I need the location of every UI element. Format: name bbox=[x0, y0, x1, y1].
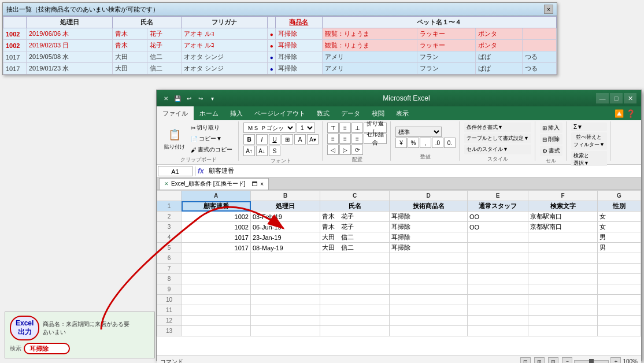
paste-btn[interactable]: 📋 貼り付け bbox=[162, 125, 187, 153]
cell-r4-c1[interactable]: 23-Jan-19 bbox=[251, 232, 320, 243]
table-row[interactable]: 1017 2019/01/23 水 大田 信二 オオタ シンジ ● 耳掃除 アメ… bbox=[3, 63, 557, 75]
align-bottom-btn[interactable]: ⊥ bbox=[351, 123, 363, 133]
comma-btn[interactable]: , bbox=[420, 138, 431, 148]
cell-r13-c0[interactable] bbox=[182, 326, 251, 336]
cell-r6-c2[interactable] bbox=[320, 253, 390, 264]
font-color-btn[interactable]: A bbox=[294, 134, 306, 145]
col-header-D[interactable]: D bbox=[390, 191, 468, 201]
cell-r2-c6[interactable]: 女 bbox=[598, 212, 641, 222]
doc-restore-btn[interactable]: 🗖 bbox=[252, 181, 258, 187]
cell-r5-c1[interactable]: 08-May-19 bbox=[251, 243, 320, 253]
cell-r9-c2[interactable] bbox=[320, 284, 390, 295]
cell-r13-c5[interactable] bbox=[528, 326, 598, 336]
top-window-close-btn[interactable]: × bbox=[544, 5, 553, 14]
cell-r7-c6[interactable] bbox=[598, 264, 641, 274]
excel-close-btn[interactable]: ✕ bbox=[624, 93, 636, 103]
cell-r7-c3[interactable] bbox=[390, 264, 468, 274]
cell-r11-c5[interactable] bbox=[528, 305, 598, 316]
cell-r3-c1[interactable]: 06-Jun-19 bbox=[251, 222, 320, 232]
align-top-btn[interactable]: ⊤ bbox=[327, 123, 339, 133]
header-cell-4[interactable]: 通常スタッフ bbox=[468, 201, 528, 212]
cell-r2-c1[interactable]: 03-Feb-19 bbox=[251, 212, 320, 222]
col-header-F[interactable]: F bbox=[528, 191, 598, 201]
cell-r8-c6[interactable] bbox=[598, 274, 641, 284]
merge-btn[interactable]: セル結合 bbox=[364, 134, 387, 144]
doc-close-btn[interactable]: × bbox=[260, 181, 264, 187]
cell-r9-c4[interactable] bbox=[468, 284, 528, 295]
ribbon-tab-home[interactable]: ホーム bbox=[194, 106, 224, 120]
header-cell-2[interactable]: 氏名 bbox=[320, 201, 390, 212]
cell-r8-c3[interactable] bbox=[390, 274, 468, 284]
cell-r3-c2[interactable]: 青木 花子 bbox=[320, 222, 390, 232]
cell-r10-c1[interactable] bbox=[251, 295, 320, 305]
excel-undo-icon[interactable]: ↩ bbox=[184, 94, 194, 103]
indent-inc-btn[interactable]: ▷ bbox=[339, 145, 351, 155]
header-cell-0[interactable]: 顧客連番 bbox=[182, 201, 251, 212]
strikethrough-btn[interactable]: S bbox=[269, 146, 280, 156]
cell-r2-c5[interactable]: 京都駅南口 bbox=[528, 212, 598, 222]
cell-r3-c3[interactable]: 耳掃除 bbox=[390, 222, 468, 232]
cell-r10-c6[interactable] bbox=[598, 295, 641, 305]
name-box[interactable]: A1 bbox=[158, 166, 193, 176]
cell-r6-c5[interactable] bbox=[528, 253, 598, 264]
cell-r2-c4[interactable]: OO bbox=[468, 212, 528, 222]
cell-r4-c5[interactable] bbox=[528, 232, 598, 243]
cell-r5-c4[interactable] bbox=[468, 243, 528, 253]
ribbon-tab-insert[interactable]: 挿入 bbox=[224, 106, 249, 120]
cell-r9-c3[interactable] bbox=[390, 284, 468, 295]
underline-btn[interactable]: U bbox=[269, 134, 280, 145]
excel-dropdown-icon[interactable]: ▾ bbox=[208, 94, 217, 103]
cut-btn[interactable]: ✂切り取り bbox=[188, 123, 235, 133]
cell-r2-c0[interactable]: 1002 bbox=[182, 212, 251, 222]
cell-r11-c1[interactable] bbox=[251, 305, 320, 316]
cell-r5-c3[interactable]: 耳掃除 bbox=[390, 243, 468, 253]
cell-r13-c3[interactable] bbox=[390, 326, 468, 336]
italic-btn[interactable]: I bbox=[256, 134, 268, 145]
page-break-btn[interactable]: ⊟ bbox=[548, 357, 558, 364]
cell-r9-c1[interactable] bbox=[251, 284, 320, 295]
cell-r7-c4[interactable] bbox=[468, 264, 528, 274]
ribbon-tab-formulas[interactable]: 数式 bbox=[311, 106, 335, 120]
col-header-C[interactable]: C bbox=[320, 191, 390, 201]
excel-redo-icon[interactable]: ↪ bbox=[196, 94, 205, 103]
cell-r5-c6[interactable]: 男 bbox=[598, 243, 641, 253]
ribbon-tab-pagelayout[interactable]: ページレイアウト bbox=[249, 106, 311, 120]
cell-r3-c4[interactable]: OO bbox=[468, 222, 528, 232]
ribbon-tab-file[interactable]: ファイル bbox=[157, 106, 194, 120]
cell-r2-c3[interactable]: 耳掃除 bbox=[390, 212, 468, 222]
indent-dec-btn[interactable]: ◁ bbox=[327, 145, 339, 155]
copy-btn[interactable]: 📄コピー▼ bbox=[188, 134, 235, 144]
fill-color-btn[interactable]: A▾ bbox=[307, 134, 319, 145]
bold-btn[interactable]: B bbox=[243, 134, 255, 145]
cell-r13-c1[interactable] bbox=[251, 326, 320, 336]
cell-r8-c0[interactable] bbox=[182, 274, 251, 284]
cell-r11-c2[interactable] bbox=[320, 305, 390, 316]
header-cell-5[interactable]: 検索文字 bbox=[528, 201, 598, 212]
doc-tab-excel[interactable]: ✕ Excel_顧客条件 [互換モード] 🗖 × bbox=[159, 178, 269, 190]
cell-r6-c4[interactable] bbox=[468, 253, 528, 264]
col-header-G[interactable]: G bbox=[598, 191, 641, 201]
ribbon-tab-help[interactable]: 🔼 ❓ bbox=[609, 106, 641, 120]
format-cell-btn[interactable]: ⚙ 書式 bbox=[540, 146, 562, 156]
header-cell-3[interactable]: 技術商品名 bbox=[390, 201, 468, 212]
excel-output-btn[interactable]: Excel 出力 bbox=[10, 316, 39, 340]
cell-r6-c1[interactable] bbox=[251, 253, 320, 264]
dec-dec-btn[interactable]: 0. bbox=[444, 138, 456, 148]
product-search-input[interactable] bbox=[24, 343, 70, 354]
cell-r7-c1[interactable] bbox=[251, 264, 320, 274]
zoom-slider[interactable] bbox=[574, 360, 609, 364]
cell-r11-c3[interactable] bbox=[390, 305, 468, 316]
cell-r12-c5[interactable] bbox=[528, 316, 598, 326]
cell-r8-c4[interactable] bbox=[468, 274, 528, 284]
cell-r5-c2[interactable]: 大田 信二 bbox=[320, 243, 390, 253]
formula-input[interactable] bbox=[206, 166, 640, 176]
cell-r10-c5[interactable] bbox=[528, 295, 598, 305]
excel-maximize-btn[interactable]: □ bbox=[610, 93, 623, 103]
font-grow-btn[interactable]: A↑ bbox=[243, 146, 255, 156]
font-shrink-btn[interactable]: A↓ bbox=[256, 146, 268, 156]
cell-r13-c6[interactable] bbox=[598, 326, 641, 336]
cell-r8-c5[interactable] bbox=[528, 274, 598, 284]
number-format-select[interactable]: 標準 bbox=[395, 127, 442, 137]
cell-r13-c2[interactable] bbox=[320, 326, 390, 336]
cell-style-btn[interactable]: セルのスタイル▼ bbox=[464, 145, 531, 154]
